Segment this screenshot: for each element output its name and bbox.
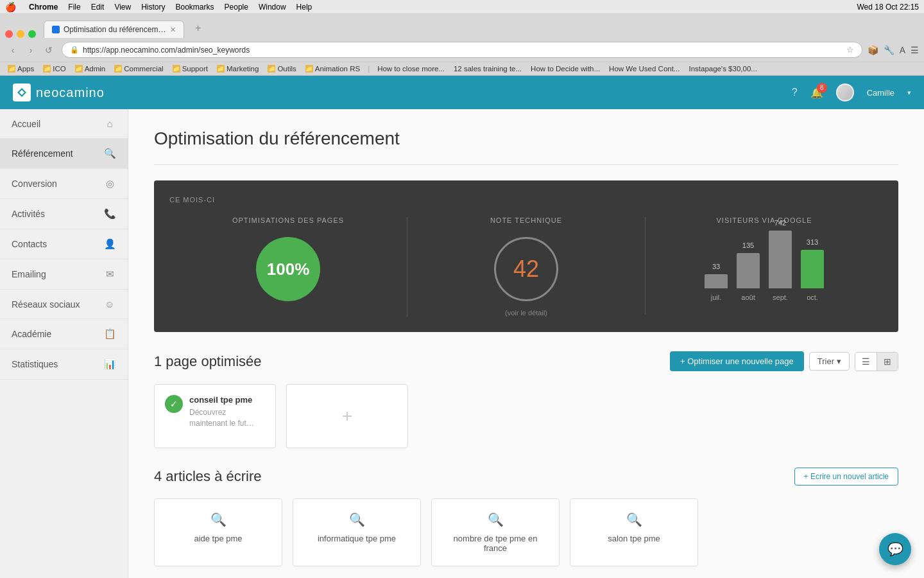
address-bar[interactable]: 🔒 https://app.neocamino.com/admin/seo_ke… <box>62 42 862 58</box>
article-card-informatique[interactable]: 🔍 informatique tpe pme <box>293 498 421 566</box>
menu-view[interactable]: View <box>114 3 131 12</box>
help-icon[interactable]: ? <box>792 87 798 98</box>
page-card-checkmark-icon: ✓ <box>165 395 183 413</box>
menu-people[interactable]: People <box>225 3 248 12</box>
traffic-light-maximize[interactable] <box>28 30 36 38</box>
article-salon-title: salon tpe pme <box>581 534 687 543</box>
grid-view-button[interactable]: ⊞ <box>877 353 898 371</box>
bar-sept-label: sept. <box>773 293 788 301</box>
browser-nav-buttons: ‹ › ↺ <box>5 42 56 58</box>
folder-icon: 📁 <box>268 65 275 73</box>
sidebar-item-conversion[interactable]: Conversion ◎ <box>0 169 128 199</box>
bar-oct-bar <box>801 250 824 288</box>
bookmark-admin-label: Admin <box>85 65 106 73</box>
logo-text: neocamino <box>36 85 105 100</box>
menu-chrome[interactable]: Chrome <box>29 3 58 12</box>
user-avatar[interactable] <box>836 83 854 101</box>
sidebar-item-accueil[interactable]: Accueil ⌂ <box>0 109 128 139</box>
menu-edit[interactable]: Edit <box>91 3 105 12</box>
folder-icon: 📁 <box>114 65 122 73</box>
sort-button[interactable]: Trier ▾ <box>809 352 850 371</box>
stats-panel: CE MOIS-CI OPTIMISATIONS DES PAGES 100% … <box>154 180 898 332</box>
back-button[interactable]: ‹ <box>5 42 21 58</box>
mail-icon: ✉ <box>103 268 116 280</box>
new-tab-button[interactable]: + <box>187 18 210 38</box>
bar-aout: 135 août <box>737 241 760 301</box>
bookmark-star-icon[interactable]: ☆ <box>846 45 854 55</box>
bookmark-instapage[interactable]: Instapage's $30,00... <box>686 64 759 73</box>
sort-button-label: Trier <box>817 356 834 366</box>
sort-chevron-icon: ▾ <box>837 356 841 366</box>
page-card-add[interactable]: + <box>286 384 408 448</box>
top-nav: neocamino ? 🔔 8 Camille ▾ <box>0 76 924 109</box>
sidebar-item-academie[interactable]: Académie 📋 <box>0 319 128 349</box>
article-card-nombre[interactable]: 🔍 nombre de tpe pme en france <box>431 498 560 566</box>
bookmark-how-close[interactable]: How to close more... <box>375 64 447 73</box>
browser-tab[interactable]: Optimisation du référencemen… ✕ <box>44 21 184 38</box>
bookmark-outils-label: Outils <box>277 65 296 73</box>
extension-icon-2[interactable]: A <box>900 45 905 55</box>
search-icon: 🔍 <box>581 512 687 527</box>
menu-help[interactable]: Help <box>296 3 312 12</box>
folder-icon: 📁 <box>75 65 83 73</box>
person-icon: 👤 <box>103 238 116 250</box>
sidebar-label-statistiques: Statistiques <box>12 359 58 369</box>
bookmark-commercial[interactable]: 📁 Commercial <box>112 64 166 73</box>
bookmark-how-decide[interactable]: How to Decide with... <box>528 64 603 73</box>
page-card-conseil[interactable]: ✓ conseil tpe pme Découvrez maintenant l… <box>154 384 276 448</box>
article-card-aide[interactable]: 🔍 aide tpe pme <box>154 498 282 566</box>
browser-menu-icon[interactable]: ☰ <box>911 45 919 55</box>
sidebar-item-activites[interactable]: Activités 📞 <box>0 199 128 229</box>
traffic-light-minimize[interactable] <box>17 30 24 38</box>
dropbox-icon[interactable]: 📦 <box>868 45 878 55</box>
write-article-button[interactable]: + Ecrire un nouvel article <box>794 468 898 486</box>
refresh-button[interactable]: ↺ <box>41 42 56 58</box>
sidebar-item-reseaux[interactable]: Réseaux sociaux ☺ <box>0 290 128 319</box>
top-nav-right: ? 🔔 8 Camille ▾ <box>792 83 911 101</box>
extension-icon-1[interactable]: 🔧 <box>884 45 894 55</box>
chat-button[interactable]: 💬 <box>879 533 911 565</box>
score-circle[interactable]: 42 <box>494 237 558 301</box>
bar-juil-value: 33 <box>712 263 720 270</box>
bookmark-outils[interactable]: 📁 Outils <box>265 64 298 73</box>
url-text: https://app.neocamino.com/admin/seo_keyw… <box>83 46 843 55</box>
bookmark-admin[interactable]: 📁 Admin <box>73 64 108 73</box>
stats-note-title: NOTE TECHNIQUE <box>407 216 645 224</box>
page-card-conseil-title: conseil tpe pme <box>189 395 265 405</box>
traffic-light-close[interactable] <box>5 30 13 38</box>
bookmark-link-label: Instapage's $30,00... <box>689 65 757 73</box>
search-icon: 🔍 <box>442 512 549 527</box>
sidebar-item-statistiques[interactable]: Statistiques 📊 <box>0 349 128 380</box>
page-divider <box>154 164 898 165</box>
forward-button[interactable]: › <box>23 42 38 58</box>
folder-icon: 📁 <box>8 65 15 73</box>
tab-close-icon[interactable]: ✕ <box>170 26 176 34</box>
menu-file[interactable]: File <box>68 3 80 12</box>
bookmark-12-sales[interactable]: 12 sales training te... <box>451 64 524 73</box>
bookmark-support[interactable]: 📁 Support <box>170 64 210 73</box>
article-card-salon[interactable]: 🔍 salon tpe pme <box>570 498 698 566</box>
user-dropdown-icon[interactable]: ▾ <box>907 89 911 97</box>
list-view-button[interactable]: ☰ <box>855 353 877 371</box>
user-name: Camille <box>867 88 894 98</box>
menu-history[interactable]: History <box>141 3 165 12</box>
sidebar-label-accueil: Accueil <box>12 119 40 129</box>
menu-bookmarks[interactable]: Bookmarks <box>176 3 214 12</box>
score-detail[interactable]: (voir le détail) <box>407 309 645 317</box>
sidebar-item-emailing[interactable]: Emailing ✉ <box>0 259 128 290</box>
bookmark-marketing[interactable]: 📁 Marketing <box>214 64 262 73</box>
menu-window[interactable]: Window <box>259 3 286 12</box>
bookmark-ico[interactable]: 📁 ICO <box>40 64 68 73</box>
bar-sept-bar <box>769 231 792 288</box>
article-informatique-title: informatique tpe pme <box>304 534 410 543</box>
notification-button[interactable]: 🔔 8 <box>810 87 823 99</box>
bookmark-apps[interactable]: 📁 Apps <box>5 64 37 73</box>
add-page-button[interactable]: + Optimiser une nouvelle page <box>670 351 804 371</box>
browser-controls: ‹ › ↺ 🔒 https://app.neocamino.com/admin/… <box>0 38 924 62</box>
score-value: 42 <box>513 256 539 283</box>
visitors-bar-chart: 33 juil. 135 août <box>646 237 883 314</box>
sidebar-item-referencement[interactable]: Référencement 🔍 <box>0 139 128 169</box>
bookmark-how-used[interactable]: How We Used Cont... <box>606 64 682 73</box>
sidebar-item-contacts[interactable]: Contacts 👤 <box>0 229 128 259</box>
bookmark-animation[interactable]: 📁 Animation RS <box>303 64 363 73</box>
